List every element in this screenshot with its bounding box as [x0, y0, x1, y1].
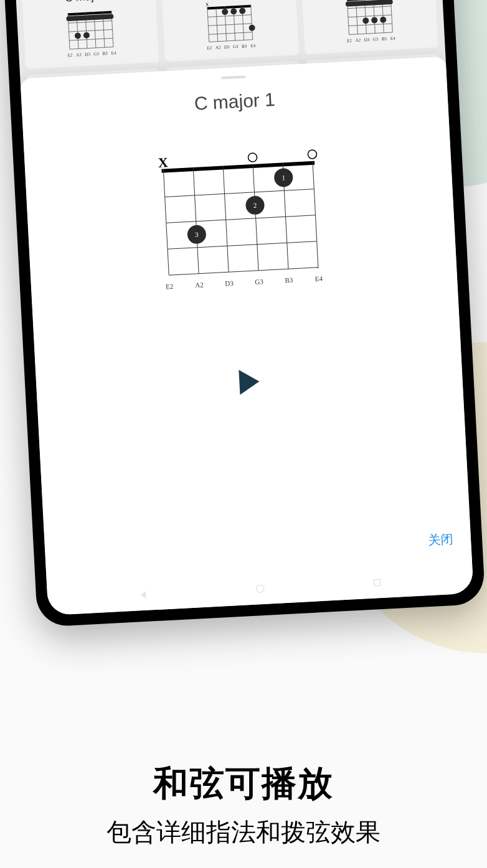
svg-line-98: [349, 32, 392, 35]
chord-detail-sheet: C major 1 X: [20, 57, 473, 616]
svg-text:E4: E4: [390, 36, 395, 41]
nav-home-icon[interactable]: [255, 584, 265, 594]
mini-chord-diagram: x: [198, 0, 263, 52]
svg-line-96: [348, 15, 392, 17]
svg-text:E4: E4: [111, 50, 117, 55]
svg-point-65: [83, 32, 90, 39]
svg-line-124: [193, 168, 199, 274]
marketing-subtitle: 包含详细指法和拨弦效果: [0, 815, 487, 849]
svg-line-121: [168, 241, 317, 250]
marketing-title: 和弦可播放: [0, 760, 487, 808]
svg-line-103: [382, 0, 384, 33]
svg-point-87: [249, 24, 256, 31]
svg-text:X: X: [158, 154, 168, 170]
marketing-text: 和弦可播放 包含详细指法和拨弦效果: [0, 760, 487, 849]
phone-screen: E2 A2 D3 G3 B3 E4: [12, 0, 473, 615]
svg-text:B3: B3: [102, 51, 108, 56]
svg-line-83: [251, 5, 253, 40]
svg-point-86: [239, 7, 246, 14]
big-chord-diagram: X: [138, 144, 345, 312]
chord-card-cminor2[interactable]: C minor 2: [301, 0, 438, 54]
svg-text:G3: G3: [255, 278, 264, 286]
svg-line-56: [70, 47, 113, 49]
svg-line-77: [209, 40, 253, 42]
svg-rect-142: [374, 579, 381, 586]
svg-line-118: [161, 163, 314, 171]
svg-text:1: 1: [281, 174, 285, 181]
svg-line-53: [69, 21, 112, 23]
svg-line-120: [166, 215, 316, 223]
chord-card-cminor1[interactable]: C minor 1 x: [161, 0, 299, 62]
big-chord-wrap: X: [37, 139, 445, 317]
svg-text:G3: G3: [233, 44, 239, 49]
svg-line-126: [253, 165, 258, 271]
svg-point-107: [371, 17, 378, 24]
svg-text:3: 3: [195, 231, 199, 238]
svg-point-108: [380, 16, 387, 23]
play-button[interactable]: [239, 369, 260, 395]
chord-title: C major 4: [64, 0, 113, 4]
svg-line-55: [69, 38, 113, 40]
svg-line-95: [348, 6, 391, 9]
svg-text:B3: B3: [285, 276, 293, 284]
svg-text:E2: E2: [68, 53, 73, 58]
svg-text:A2: A2: [215, 45, 221, 50]
svg-line-76: [209, 32, 253, 35]
svg-text:E2: E2: [207, 45, 213, 50]
svg-text:B3: B3: [242, 44, 247, 49]
svg-line-128: [313, 162, 318, 268]
nav-back-icon[interactable]: [138, 590, 149, 600]
svg-point-85: [230, 8, 237, 15]
svg-line-119: [165, 189, 314, 197]
svg-line-73: [207, 6, 251, 9]
svg-text:B3: B3: [381, 36, 387, 41]
svg-text:D3: D3: [225, 279, 234, 287]
svg-text:D3: D3: [85, 52, 90, 57]
svg-line-79: [216, 7, 218, 42]
svg-text:2: 2: [253, 202, 257, 209]
sheet-title: C major 1: [34, 81, 435, 123]
svg-point-116: [248, 153, 257, 162]
mini-chord-diagram: E2 A2 D3 G3 B3 E4: [338, 0, 402, 45]
svg-line-123: [163, 169, 169, 275]
nav-recent-icon[interactable]: [372, 577, 382, 588]
svg-line-54: [69, 29, 113, 32]
svg-line-97: [348, 24, 392, 26]
play-wrap: [49, 359, 450, 405]
svg-point-64: [75, 32, 82, 39]
svg-point-117: [308, 150, 317, 159]
svg-text:E4: E4: [314, 274, 323, 282]
svg-text:E4: E4: [251, 43, 257, 48]
svg-text:x: x: [206, 0, 209, 7]
svg-text:G3: G3: [93, 52, 99, 57]
svg-text:A2: A2: [195, 281, 204, 289]
svg-point-141: [257, 585, 265, 593]
svg-line-78: [207, 7, 209, 42]
svg-text:E2: E2: [347, 38, 352, 43]
svg-line-122: [169, 268, 318, 276]
svg-text:D3: D3: [224, 45, 230, 50]
svg-line-75: [209, 24, 252, 26]
svg-point-84: [222, 9, 229, 16]
svg-text:G3: G3: [372, 37, 378, 42]
svg-point-106: [362, 17, 369, 24]
svg-text:A2: A2: [76, 52, 82, 57]
svg-text:D3: D3: [364, 37, 369, 42]
svg-line-125: [223, 166, 229, 272]
android-nav-bar: [47, 562, 474, 615]
svg-text:E2: E2: [166, 282, 174, 291]
svg-line-74: [208, 15, 252, 17]
svg-line-52: [68, 12, 111, 14]
mini-chord-diagram: E2 A2 D3 G3 B3 E4: [59, 7, 123, 60]
phone-frame: E2 A2 D3 G3 B3 E4: [0, 0, 485, 627]
svg-rect-105: [345, 0, 392, 7]
chord-card-cmajor4[interactable]: C major 4: [22, 0, 159, 69]
svg-line-104: [390, 0, 392, 32]
sheet-handle[interactable]: [221, 75, 246, 79]
svg-text:A2: A2: [355, 38, 361, 43]
close-button[interactable]: 关闭: [428, 531, 453, 549]
